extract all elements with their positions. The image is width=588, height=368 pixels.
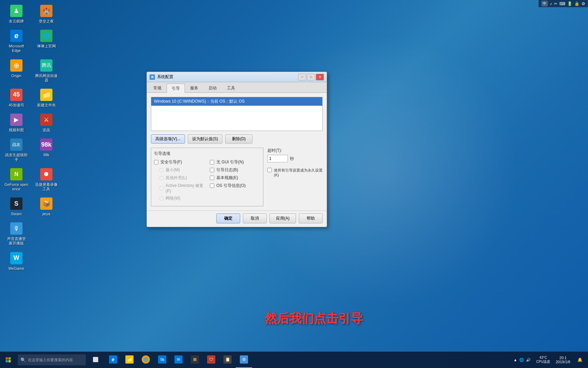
desktop-icon-mahjong-label: 友元棋牌 <box>9 19 24 24</box>
radio-alt-shell[interactable] <box>159 176 164 180</box>
boot-options-right-col: 无 GUI 引导(N) 引导日志(B) 基本视频(E) <box>210 159 260 203</box>
tab-startup[interactable]: 启动 <box>203 84 222 92</box>
desktop: 中 ♪ ✂ ⌨ 🔋 🔒 ⚙ ♟ 友元棋牌 🏰 堡垒之夜 <box>0 0 588 368</box>
taskbar-app-security[interactable]: 🛡 <box>203 352 219 368</box>
dialog-maximize-button[interactable]: □ <box>307 74 315 80</box>
timeout-input[interactable] <box>267 155 288 162</box>
desktop-icon-fortress[interactable]: 🏰 堡垒之夜 <box>33 3 60 25</box>
desktop-icon-origin-label: Origin <box>11 74 21 78</box>
unknown1-taskbar-icon: ⊞ <box>191 355 199 364</box>
taskbar-app-unknown2[interactable]: 📋 <box>219 352 236 368</box>
dialog-minimize-button[interactable]: ─ <box>298 74 306 80</box>
desktop-icon-45[interactable]: 45 45加速司 <box>3 87 30 109</box>
taskbar-app-sysconfig[interactable]: ⚙ <box>236 352 252 368</box>
unknown2-taskbar-icon: 📋 <box>223 355 232 364</box>
desktop-icon-video[interactable]: ▶ 视频和图 <box>3 112 30 134</box>
radio-active-directory[interactable] <box>159 186 164 190</box>
set-default-button[interactable]: 设为默认值(S) <box>188 134 222 144</box>
radio-network[interactable] <box>159 196 164 201</box>
desktop-icon-origin[interactable]: ⊕ Origin <box>3 57 30 84</box>
advanced-options-button[interactable]: 高级选项(V)... <box>151 134 185 144</box>
store-taskbar-icon: 🛍 <box>158 355 166 364</box>
desktop-icon-newfolder[interactable]: 📁 新建文件夹 <box>33 87 60 109</box>
apply-button[interactable]: 应用(A) <box>269 214 296 223</box>
taskbar-app-explorer[interactable]: 📁 <box>121 352 138 368</box>
tab-general[interactable]: 常规 <box>148 84 167 92</box>
desktop-icon-geforce[interactable]: N GeForce xperience <box>3 166 30 193</box>
dialog-title-text: 系统配置 <box>157 74 298 80</box>
system-config-dialog: ⚙ 系统配置 ─ □ ✕ 常规 引导 服务 启动 工具 Windows 10 (… <box>146 72 327 227</box>
desktop-icon-superhelper[interactable]: 战友 战友生超级助手 <box>3 136 30 163</box>
checkbox-no-gui[interactable] <box>210 160 214 164</box>
os-list[interactable]: Windows 10 (C:\WINDOWS)：当前 OS；默认 OS <box>151 97 323 131</box>
checkbox-make-permanent[interactable] <box>267 168 272 172</box>
sysconfig-taskbar-icon: ⚙ <box>240 355 248 364</box>
radio-minimal[interactable] <box>159 168 164 172</box>
desktop-icon-jieya[interactable]: 📦 jieya <box>33 195 60 218</box>
desktop-icon-edge[interactable]: e MicrosoftEdge <box>3 28 30 54</box>
tray-icon-3: ⌨ <box>559 1 565 6</box>
taskbar-clock[interactable]: 20:1 2019/1/8 <box>553 356 573 364</box>
tab-tools[interactable]: 工具 <box>222 84 240 92</box>
desktop-icon-tencent[interactable]: 腾讯 腾讯网游加速器 <box>33 57 60 84</box>
taskbar-app-mail[interactable]: ✉ <box>170 352 187 368</box>
desktop-icon-website[interactable]: 🌐 琳琳上官网 <box>33 28 60 54</box>
desktop-icon-steam[interactable]: S Steam <box>3 195 30 218</box>
desktop-icon-game-label: 逆战 <box>43 128 50 132</box>
taskbar-app-browser[interactable]: 🌐 <box>138 352 154 368</box>
confirm-button[interactable]: 确定 <box>216 214 240 223</box>
tray-network[interactable]: 🌐 <box>519 358 524 362</box>
checkbox-safe-boot[interactable] <box>154 160 158 164</box>
help-button[interactable]: 帮助 <box>299 214 323 223</box>
label-no-gui: 无 GUI 引导(N) <box>216 159 244 165</box>
taskview-button[interactable]: ⬜ <box>87 352 104 368</box>
edge-taskbar-icon: e <box>109 355 117 364</box>
taskbar-date-value: 2019/1/8 <box>556 360 570 364</box>
explorer-taskbar-icon: 📁 <box>125 355 134 364</box>
taskbar-app-unknown1[interactable]: ⊞ <box>187 352 203 368</box>
taskbar-app-store[interactable]: 🛍 <box>154 352 170 368</box>
mail-taskbar-icon: ✉ <box>174 355 183 364</box>
checkbox-boot-log[interactable] <box>210 168 214 172</box>
desktop-icon-wegame[interactable]: W WeGame <box>3 250 30 272</box>
boot-options-left-col: 安全引导(F) 最小(M) 其他外壳(L) <box>154 159 204 203</box>
desktop-icon-shortcut[interactable]: ⏺ 迅捷屏幕录像工具 <box>33 166 60 193</box>
desktop-icon-voice[interactable]: 🎙 声音直播管家开播版 <box>3 220 30 247</box>
temp-label: CPU温度 <box>536 359 550 364</box>
taskbar-app-edge[interactable]: e <box>105 352 121 368</box>
cancel-button[interactable]: 取消 <box>243 214 267 223</box>
label-alt-shell: 其他外壳(L) <box>166 175 187 181</box>
option-safe-boot: 安全引导(F) <box>154 159 204 165</box>
svg-rect-0 <box>6 357 8 360</box>
desktop-icon-game[interactable]: ⚔ 逆战 <box>33 112 60 134</box>
dialog-tabs: 常规 引导 服务 启动 工具 <box>147 82 327 93</box>
checkbox-basic-video[interactable] <box>210 176 214 180</box>
desktop-icon-98k-label: 98k <box>43 153 49 157</box>
label-network: 网络(W) <box>166 195 180 201</box>
browser-taskbar-icon: 🌐 <box>142 355 150 364</box>
delete-button[interactable]: 删除(D) <box>225 134 252 144</box>
tab-services[interactable]: 服务 <box>185 84 203 92</box>
tray-volume[interactable]: 🔊 <box>526 358 531 362</box>
desktop-icon-98k[interactable]: 98k 98k <box>33 136 60 163</box>
boot-options-box: 引导选项 安全引导(F) 最小(M) <box>151 148 263 206</box>
tray-icon-1: ♪ <box>550 1 552 6</box>
taskbar-search[interactable]: 🔍 在这里输入你要搜索的内容 <box>18 354 86 365</box>
svg-rect-2 <box>6 360 8 363</box>
os-list-item[interactable]: Windows 10 (C:\WINDOWS)：当前 OS；默认 OS <box>151 97 322 106</box>
desktop-icon-website-label: 琳琳上官网 <box>37 44 56 48</box>
desktop-icon-geforce-label: GeForce xperience <box>4 182 29 191</box>
tray-expand[interactable]: ▲ <box>513 358 517 362</box>
checkbox-os-boot-info[interactable] <box>210 183 214 188</box>
boot-options-title: 引导选项 <box>154 151 260 157</box>
notification-button[interactable]: 🔔 <box>574 352 585 368</box>
tab-boot[interactable]: 引导 <box>167 84 185 93</box>
svg-rect-1 <box>9 357 11 360</box>
start-button[interactable] <box>0 352 16 368</box>
dialog-title-icon: ⚙ <box>150 74 155 80</box>
desktop-icon-mahjong[interactable]: ♟ 友元棋牌 <box>3 3 30 25</box>
desktop-icon-jieya-label: jieya <box>43 212 50 216</box>
dialog-close-button[interactable]: ✕ <box>316 74 324 80</box>
ime-indicator[interactable]: 中 <box>541 1 548 6</box>
tray-icon-4: 🔋 <box>567 1 572 6</box>
